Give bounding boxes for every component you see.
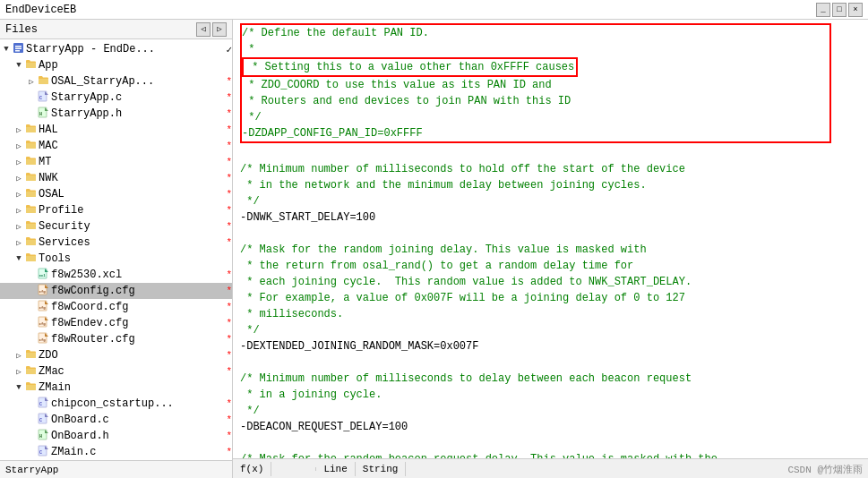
tree-expander[interactable] bbox=[25, 91, 38, 104]
svg-rect-1 bbox=[15, 46, 21, 47]
tree-item-f8wendev[interactable]: cfgf8wEndev.cfg* bbox=[0, 315, 232, 331]
tree-expander[interactable] bbox=[25, 430, 38, 442]
watermark: CSDN @竹烟淮雨 bbox=[787, 463, 863, 476]
code-line-11: -DNWK_START_DELAY=100 bbox=[240, 209, 861, 226]
tree-item-osal[interactable]: ▷OSAL_StarryAp...* bbox=[0, 73, 232, 90]
tree-expander[interactable] bbox=[25, 317, 38, 329]
asterisk-chipcon: * bbox=[226, 398, 232, 409]
tree-expander[interactable] bbox=[25, 285, 38, 297]
tree-item-zmain-c[interactable]: CZMain.c* bbox=[0, 444, 232, 460]
title-bar-title: EndDeviceEB bbox=[5, 4, 76, 16]
file-icon-mt bbox=[25, 155, 37, 169]
tree-label-onboard-h: OnBoard.h bbox=[51, 430, 222, 442]
code-line-5: */ bbox=[242, 109, 829, 125]
tree-item-tools[interactable]: ▼Tools bbox=[0, 251, 232, 267]
file-icon-hal bbox=[25, 123, 37, 137]
tree-label-mt: MT bbox=[39, 156, 222, 168]
tree-expander[interactable] bbox=[25, 397, 38, 410]
tree-label-f8wrouter: f8wRouter.cfg bbox=[51, 333, 222, 346]
file-icon-zmain-c: C bbox=[38, 445, 49, 459]
tree-label-mac: MAC bbox=[39, 140, 222, 152]
tree-label-starryapp-c: StarryApp.c bbox=[51, 91, 222, 104]
tree-item-mac[interactable]: ▷MAC* bbox=[0, 138, 232, 154]
code-line-2: * Setting this to a value other than 0xF… bbox=[242, 57, 829, 77]
tree-expander[interactable]: ▷ bbox=[13, 365, 25, 378]
tree-item-zmac[interactable]: ▷ZMac* bbox=[0, 363, 232, 380]
tree-expander[interactable] bbox=[25, 107, 38, 120]
tree-item-profile[interactable]: ▷Profile* bbox=[0, 202, 232, 218]
string-label: String bbox=[356, 462, 407, 476]
tree-item-zdo[interactable]: ▷ZDO* bbox=[0, 347, 232, 363]
tree-expander[interactable] bbox=[25, 269, 38, 281]
file-icon-starryapp-root bbox=[13, 42, 24, 56]
asterisk-f8wendev: * bbox=[226, 318, 232, 329]
file-icon-f8wendev: cfg bbox=[38, 316, 49, 330]
tree-label-f8w2530: f8w2530.xcl bbox=[51, 269, 222, 281]
left-panel-toolbar[interactable]: ◁ ▷ bbox=[196, 22, 227, 37]
tree-item-f8wcoord[interactable]: cfgf8wCoord.cfg* bbox=[0, 299, 232, 315]
file-icon-nwk bbox=[25, 171, 37, 185]
file-icon-profile bbox=[25, 203, 37, 218]
tree-expander[interactable] bbox=[25, 333, 38, 346]
asterisk-zmain-c: * bbox=[226, 447, 232, 457]
tree-item-mt[interactable]: ▷MT* bbox=[0, 154, 232, 170]
svg-text:C: C bbox=[39, 418, 42, 423]
tree-expander[interactable]: ▼ bbox=[0, 43, 13, 55]
tree-expander[interactable] bbox=[25, 414, 38, 426]
tree-expander[interactable] bbox=[25, 301, 38, 313]
close-button[interactable]: × bbox=[848, 3, 863, 17]
tree-item-zmain[interactable]: ▼ZMain bbox=[0, 380, 232, 396]
tree-label-app: App bbox=[39, 59, 232, 72]
title-bar-controls[interactable]: _ □ × bbox=[816, 3, 863, 17]
code-line-7 bbox=[240, 145, 861, 161]
expand-button[interactable]: ▷ bbox=[212, 22, 227, 37]
asterisk-mac: * bbox=[226, 141, 232, 151]
collapse-button[interactable]: ◁ bbox=[196, 22, 211, 37]
tree-item-osal2[interactable]: ▷OSAL* bbox=[0, 186, 232, 202]
tree-item-starryapp-c[interactable]: CStarryApp.c* bbox=[0, 90, 232, 106]
tree-expander[interactable]: ▼ bbox=[13, 252, 25, 265]
tree-item-services[interactable]: ▷Services* bbox=[0, 235, 232, 251]
code-line-13: /* Mask for the random joining delay. Th… bbox=[240, 242, 861, 258]
tree-item-starryapp-h[interactable]: HStarryApp.h* bbox=[0, 106, 232, 122]
tree-label-osal: OSAL_StarryAp... bbox=[51, 75, 222, 88]
tree-expander[interactable]: ▷ bbox=[13, 236, 25, 249]
tree-item-starryapp-root[interactable]: ▼StarryApp - EndDe...✓ bbox=[0, 41, 232, 57]
tree-expander[interactable]: ▼ bbox=[13, 381, 25, 394]
tree-expander[interactable]: ▷ bbox=[13, 172, 25, 184]
tree-item-f8w2530[interactable]: xclf8w2530.xcl* bbox=[0, 267, 232, 283]
tree-label-osal2: OSAL bbox=[39, 188, 222, 201]
code-editor[interactable]: /* Define the default PAN ID. * * Settin… bbox=[233, 20, 868, 458]
svg-text:H: H bbox=[39, 112, 42, 117]
tree-expander[interactable] bbox=[25, 446, 38, 458]
tree-item-nwk[interactable]: ▷NWK* bbox=[0, 170, 232, 186]
asterisk-starryapp-h: * bbox=[226, 108, 232, 119]
tree-expander[interactable]: ▷ bbox=[13, 124, 25, 136]
tree-expander[interactable]: ▷ bbox=[13, 156, 25, 168]
tree-expander[interactable]: ▷ bbox=[13, 140, 25, 152]
svg-rect-2 bbox=[15, 48, 21, 50]
minimize-button[interactable]: _ bbox=[816, 3, 830, 17]
tree-item-f8wrouter[interactable]: cfgf8wRouter.cfg* bbox=[0, 331, 232, 347]
tree-expander[interactable]: ▼ bbox=[13, 59, 25, 72]
file-tree[interactable]: ▼StarryApp - EndDe...✓▼App▷OSAL_StarryAp… bbox=[0, 39, 232, 460]
tree-expander[interactable]: ▷ bbox=[13, 204, 25, 217]
tree-item-hal[interactable]: ▷HAL* bbox=[0, 122, 232, 138]
line-label: Line bbox=[316, 462, 355, 476]
svg-text:cfg: cfg bbox=[39, 338, 47, 342]
tree-item-chipcon[interactable]: Cchipcon_cstartup...* bbox=[0, 396, 232, 412]
asterisk-f8wcoord: * bbox=[226, 302, 232, 312]
tree-item-app[interactable]: ▼App bbox=[0, 57, 232, 73]
asterisk-f8w2530: * bbox=[226, 269, 232, 280]
tree-expander[interactable]: ▷ bbox=[25, 75, 38, 88]
tree-item-security[interactable]: ▷Security* bbox=[0, 218, 232, 235]
left-panel-header: Files ◁ ▷ bbox=[0, 20, 232, 39]
tree-expander[interactable]: ▷ bbox=[13, 220, 25, 233]
tree-expander[interactable]: ▷ bbox=[13, 188, 25, 201]
tree-item-f8wconfig[interactable]: cfgf8wConfig.cfg* bbox=[0, 283, 232, 299]
tree-expander[interactable]: ▷ bbox=[13, 349, 25, 362]
tree-item-onboard-c[interactable]: COnBoard.c* bbox=[0, 412, 232, 428]
maximize-button[interactable]: □ bbox=[832, 3, 847, 17]
svg-text:cfg: cfg bbox=[39, 322, 47, 326]
tree-item-onboard-h[interactable]: HOnBoard.h* bbox=[0, 428, 232, 444]
